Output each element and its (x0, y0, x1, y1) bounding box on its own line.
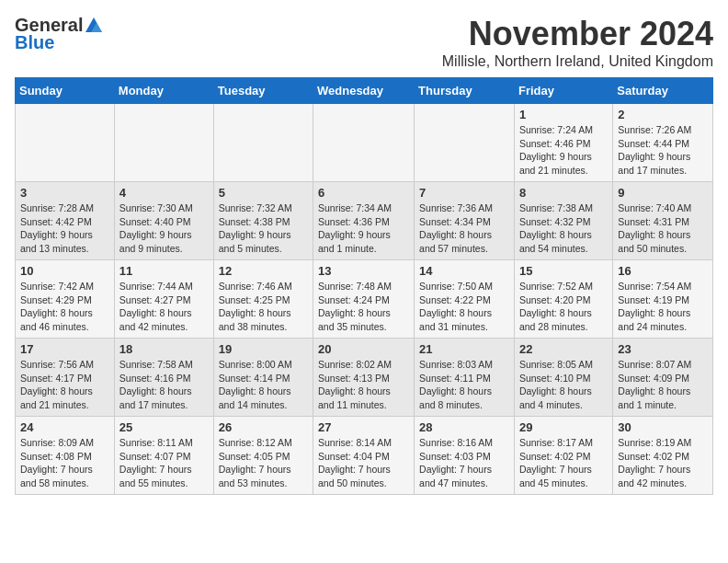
calendar-cell: 12Sunrise: 7:46 AM Sunset: 4:25 PM Dayli… (213, 260, 313, 339)
calendar-cell: 11Sunrise: 7:44 AM Sunset: 4:27 PM Dayli… (114, 260, 213, 339)
day-info: Sunrise: 7:56 AM Sunset: 4:17 PM Dayligh… (20, 358, 109, 412)
day-number: 4 (119, 186, 209, 200)
week-row-0: 1Sunrise: 7:24 AM Sunset: 4:46 PM Daylig… (16, 104, 713, 182)
day-number: 30 (618, 420, 708, 434)
day-info: Sunrise: 7:26 AM Sunset: 4:44 PM Dayligh… (618, 123, 708, 178)
day-number: 21 (419, 342, 509, 356)
calendar-cell: 4Sunrise: 7:30 AM Sunset: 4:40 PM Daylig… (114, 182, 213, 260)
calendar-cell: 2Sunrise: 7:26 AM Sunset: 4:44 PM Daylig… (613, 104, 713, 182)
day-info: Sunrise: 7:46 AM Sunset: 4:25 PM Dayligh… (219, 280, 308, 334)
calendar-cell: 30Sunrise: 8:19 AM Sunset: 4:02 PM Dayli… (613, 417, 713, 495)
day-number: 25 (119, 420, 209, 434)
week-row-2: 10Sunrise: 7:42 AM Sunset: 4:29 PM Dayli… (16, 260, 713, 339)
header-thursday: Thursday (415, 78, 515, 104)
calendar-cell: 23Sunrise: 8:07 AM Sunset: 4:09 PM Dayli… (613, 339, 713, 417)
day-info: Sunrise: 7:42 AM Sunset: 4:29 PM Dayligh… (20, 280, 109, 334)
day-number: 18 (119, 342, 209, 356)
week-row-3: 17Sunrise: 7:56 AM Sunset: 4:17 PM Dayli… (16, 339, 713, 417)
day-info: Sunrise: 8:02 AM Sunset: 4:13 PM Dayligh… (318, 358, 409, 412)
calendar-cell: 17Sunrise: 7:56 AM Sunset: 4:17 PM Dayli… (16, 339, 115, 417)
day-info: Sunrise: 8:00 AM Sunset: 4:14 PM Dayligh… (219, 358, 308, 412)
day-info: Sunrise: 7:28 AM Sunset: 4:42 PM Dayligh… (20, 201, 109, 256)
calendar-cell: 3Sunrise: 7:28 AM Sunset: 4:42 PM Daylig… (16, 182, 115, 260)
calendar-cell: 15Sunrise: 7:52 AM Sunset: 4:20 PM Dayli… (514, 260, 612, 339)
calendar-cell: 24Sunrise: 8:09 AM Sunset: 4:08 PM Dayli… (16, 417, 115, 495)
day-number: 29 (519, 420, 608, 434)
day-number: 8 (519, 186, 608, 200)
day-number: 17 (20, 342, 109, 356)
day-number: 27 (318, 420, 409, 434)
day-number: 15 (519, 264, 608, 278)
header-saturday: Saturday (613, 78, 713, 104)
day-number: 13 (318, 264, 409, 278)
day-info: Sunrise: 7:24 AM Sunset: 4:46 PM Dayligh… (519, 123, 608, 178)
day-info: Sunrise: 7:38 AM Sunset: 4:32 PM Dayligh… (519, 201, 608, 256)
day-number: 1 (519, 108, 608, 121)
day-info: Sunrise: 8:12 AM Sunset: 4:05 PM Dayligh… (219, 436, 308, 490)
header-sunday: Sunday (16, 78, 115, 104)
day-number: 14 (419, 264, 509, 278)
day-info: Sunrise: 8:16 AM Sunset: 4:03 PM Dayligh… (419, 436, 509, 490)
day-number: 10 (20, 264, 109, 278)
calendar-cell: 26Sunrise: 8:12 AM Sunset: 4:05 PM Dayli… (213, 417, 313, 495)
day-number: 20 (318, 342, 409, 356)
day-number: 5 (219, 186, 308, 200)
logo-blue: Blue (15, 32, 54, 53)
day-info: Sunrise: 8:05 AM Sunset: 4:10 PM Dayligh… (519, 358, 608, 412)
week-row-4: 24Sunrise: 8:09 AM Sunset: 4:08 PM Dayli… (16, 417, 713, 495)
calendar-cell: 29Sunrise: 8:17 AM Sunset: 4:02 PM Dayli… (514, 417, 612, 495)
calendar-cell: 14Sunrise: 7:50 AM Sunset: 4:22 PM Dayli… (415, 260, 515, 339)
calendar-cell: 20Sunrise: 8:02 AM Sunset: 4:13 PM Dayli… (313, 339, 415, 417)
calendar-table: SundayMondayTuesdayWednesdayThursdayFrid… (15, 77, 713, 495)
calendar-cell (114, 104, 213, 182)
calendar-cell: 16Sunrise: 7:54 AM Sunset: 4:19 PM Dayli… (613, 260, 713, 339)
calendar-cell: 5Sunrise: 7:32 AM Sunset: 4:38 PM Daylig… (213, 182, 313, 260)
day-info: Sunrise: 7:34 AM Sunset: 4:36 PM Dayligh… (318, 201, 409, 256)
month-title: November 2024 (442, 15, 713, 53)
day-info: Sunrise: 8:14 AM Sunset: 4:04 PM Dayligh… (318, 436, 409, 490)
day-number: 26 (219, 420, 308, 434)
day-info: Sunrise: 7:48 AM Sunset: 4:24 PM Dayligh… (318, 280, 409, 334)
day-number: 11 (119, 264, 209, 278)
calendar-cell (415, 104, 515, 182)
day-info: Sunrise: 8:19 AM Sunset: 4:02 PM Dayligh… (618, 436, 708, 490)
day-number: 16 (618, 264, 708, 278)
header-tuesday: Tuesday (213, 78, 313, 104)
day-number: 9 (618, 186, 708, 200)
day-number: 2 (618, 108, 708, 121)
day-info: Sunrise: 7:32 AM Sunset: 4:38 PM Dayligh… (219, 201, 308, 256)
calendar-cell: 25Sunrise: 8:11 AM Sunset: 4:07 PM Dayli… (114, 417, 213, 495)
day-number: 19 (219, 342, 308, 356)
day-info: Sunrise: 7:30 AM Sunset: 4:40 PM Dayligh… (119, 201, 209, 256)
calendar-cell: 6Sunrise: 7:34 AM Sunset: 4:36 PM Daylig… (313, 182, 415, 260)
location: Millisle, Northern Ireland, United Kingd… (442, 53, 713, 70)
calendar-cell: 21Sunrise: 8:03 AM Sunset: 4:11 PM Dayli… (415, 339, 515, 417)
calendar-cell: 28Sunrise: 8:16 AM Sunset: 4:03 PM Dayli… (415, 417, 515, 495)
calendar-cell (313, 104, 415, 182)
day-info: Sunrise: 8:09 AM Sunset: 4:08 PM Dayligh… (20, 436, 109, 490)
day-info: Sunrise: 8:03 AM Sunset: 4:11 PM Dayligh… (419, 358, 509, 412)
day-info: Sunrise: 7:50 AM Sunset: 4:22 PM Dayligh… (419, 280, 509, 334)
day-number: 22 (519, 342, 608, 356)
calendar-cell: 7Sunrise: 7:36 AM Sunset: 4:34 PM Daylig… (415, 182, 515, 260)
header-monday: Monday (114, 78, 213, 104)
logo-icon (84, 16, 104, 36)
day-info: Sunrise: 7:54 AM Sunset: 4:19 PM Dayligh… (618, 280, 708, 334)
day-info: Sunrise: 7:40 AM Sunset: 4:31 PM Dayligh… (618, 201, 708, 256)
page-header: General Blue November 2024 Millisle, Nor… (15, 15, 713, 70)
header-wednesday: Wednesday (313, 78, 415, 104)
day-number: 7 (419, 186, 509, 200)
calendar-cell: 19Sunrise: 8:00 AM Sunset: 4:14 PM Dayli… (213, 339, 313, 417)
calendar-cell: 1Sunrise: 7:24 AM Sunset: 4:46 PM Daylig… (514, 104, 612, 182)
day-info: Sunrise: 7:36 AM Sunset: 4:34 PM Dayligh… (419, 201, 509, 256)
calendar-cell: 8Sunrise: 7:38 AM Sunset: 4:32 PM Daylig… (514, 182, 612, 260)
title-block: November 2024 Millisle, Northern Ireland… (442, 15, 713, 70)
day-info: Sunrise: 7:52 AM Sunset: 4:20 PM Dayligh… (519, 280, 608, 334)
calendar-header-row: SundayMondayTuesdayWednesdayThursdayFrid… (16, 78, 713, 104)
calendar-cell: 10Sunrise: 7:42 AM Sunset: 4:29 PM Dayli… (16, 260, 115, 339)
calendar-cell: 13Sunrise: 7:48 AM Sunset: 4:24 PM Dayli… (313, 260, 415, 339)
logo: General Blue (15, 15, 105, 53)
calendar-cell (16, 104, 115, 182)
day-number: 12 (219, 264, 308, 278)
day-info: Sunrise: 8:17 AM Sunset: 4:02 PM Dayligh… (519, 436, 608, 490)
